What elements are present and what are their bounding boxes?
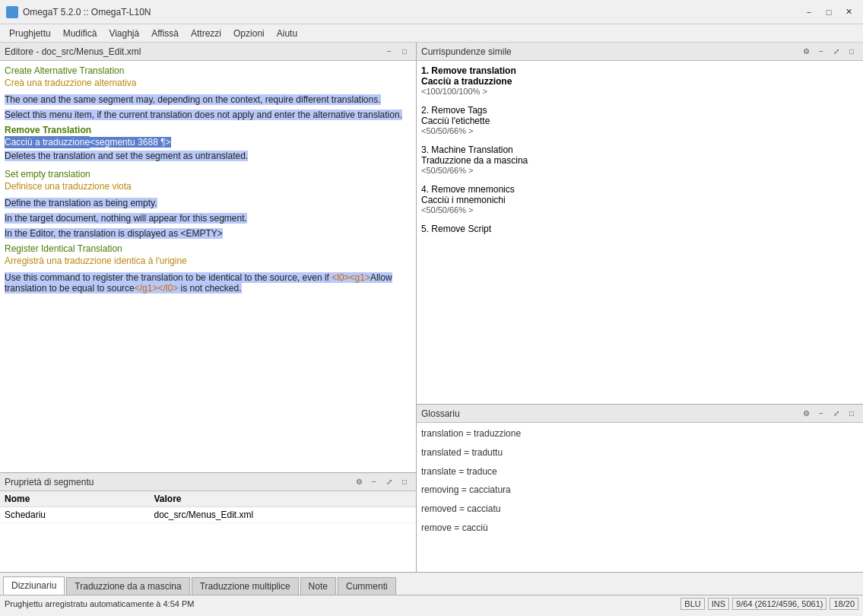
menu-opzioni[interactable]: Opzioni (227, 27, 271, 40)
matches-header: Currispundenze simile ⚙ − ⤢ □ (417, 43, 863, 61)
editor-content[interactable]: Create Alternative Translation Creà una … (0, 61, 416, 472)
menu-affissa[interactable]: Affissà (145, 27, 185, 40)
matches-minimize-btn[interactable]: − (814, 45, 828, 59)
seg-body-1-text: The one and the same segment may, depend… (5, 94, 381, 105)
segment-remove-trans: Remove Translation Cacciù a traduzzione<… (5, 125, 411, 164)
matches-maximize-btn[interactable]: □ (845, 45, 858, 59)
glossary-item-6: remove = cacciù (421, 522, 858, 535)
editor-maximize-btn[interactable]: □ (398, 45, 411, 59)
titlebar: OmegaT 5.2.0 :: OmegaT-L10N − □ ✕ (0, 0, 863, 24)
match-3-header: 3. Machine Translation (421, 144, 858, 155)
props-cell-valore: doc_src/Menus_Edit.xml (149, 507, 416, 523)
segment-create-alt: Create Alternative Translation Creà una … (5, 65, 411, 88)
match-item-3[interactable]: 3. Machine Translation Traduzzione da a … (421, 144, 858, 175)
matches-gear-btn[interactable]: ⚙ (799, 45, 813, 59)
match-1-header: 1. Remove translation (421, 65, 858, 76)
seg-title-empty: Set empty translation (5, 169, 411, 179)
menu-mudifica[interactable]: Mudificà (57, 27, 103, 40)
glossary-panel: Glossariu ⚙ − ⤢ □ translation = traduzzi… (417, 405, 863, 572)
seg-body-2: Select this menu item, if the current tr… (5, 110, 411, 120)
props-col-nome: Nome (0, 491, 149, 507)
props-table: Nome Valore Schedariu doc_src/Menus_Edit… (0, 491, 416, 523)
glossary-content: translation = traduzzione translated = t… (417, 423, 863, 572)
seg-body-1: The one and the same segment may, depend… (5, 94, 411, 105)
status-position: 9/64 (2612/4596, 5061) (732, 598, 827, 610)
match-item-1[interactable]: 1. Remove translation Cacciù a traduzzio… (421, 65, 858, 96)
seg-title-remove: Remove Translation (5, 125, 411, 135)
seg-subtitle-register: Arregistrà una traduzzione identica à l'… (5, 256, 411, 266)
glossary-item-1: translation = traduzzione (421, 427, 858, 440)
glossary-gear-btn[interactable]: ⚙ (799, 407, 813, 421)
main-content: Editore - doc_src/Menus_Edit.xml − □ Cre… (0, 43, 863, 572)
seg-body-3-text: Define the translation as being empty. (5, 198, 157, 208)
segment-set-empty: Set empty translation Definisce una trad… (5, 169, 411, 192)
editor-minimize-btn[interactable]: − (382, 45, 396, 59)
status-right: BLU INS 9/64 (2612/4596, 5061) 18/20 (681, 598, 858, 610)
active-source: Cacciù a traduzzione (5, 136, 90, 148)
match-item-5[interactable]: 5. Remove Script (421, 224, 858, 234)
glossary-item-4: removing = cacciatura (421, 484, 858, 497)
matches-controls: ⚙ − ⤢ □ (799, 45, 858, 59)
minimize-button[interactable]: − (801, 4, 817, 21)
menu-viaghja[interactable]: Viaghjà (103, 27, 145, 40)
props-expand-btn[interactable]: ⤢ (382, 475, 396, 489)
seg-subtitle-create-alt: Creà una traduzzione alternativa (5, 78, 411, 88)
props-title: Pruprietà di segmentu (5, 477, 94, 487)
menubar: Prughjettu Mudificà Viaghjà Affissà Attr… (0, 24, 863, 43)
segment-register-identical: Register Identical Translation Arregistr… (5, 243, 411, 266)
props-minimize-btn[interactable]: − (367, 475, 381, 489)
glossary-minimize-btn[interactable]: − (814, 407, 828, 421)
glossary-header: Glossariu ⚙ − ⤢ □ (417, 405, 863, 423)
maximize-button[interactable]: □ (820, 4, 837, 21)
props-header: Pruprietà di segmentu ⚙ − ⤢ □ (0, 473, 416, 491)
glossary-maximize-btn[interactable]: □ (845, 407, 858, 421)
props-gear-btn[interactable]: ⚙ (352, 475, 366, 489)
active-segment-area[interactable]: Cacciù a traduzzione<segmentu 3688 ¶> (5, 137, 411, 148)
seg-body-4-text: In the target document, nothing will app… (5, 213, 247, 224)
seg-title-register: Register Identical Translation (5, 243, 411, 254)
match-item-2[interactable]: 2. Remove Tags Cacciù l'etichette <50/50… (421, 105, 858, 135)
code-ref-1: <l0><g1> (332, 272, 370, 283)
glossary-expand-btn[interactable]: ⤢ (830, 407, 843, 421)
glossary-controls: ⚙ − ⤢ □ (799, 407, 858, 421)
tab-note[interactable]: Note (300, 577, 336, 595)
menu-prughjettu[interactable]: Prughjettu (3, 27, 57, 40)
seg-title-create-alt: Create Alternative Translation (5, 65, 411, 76)
tab-dizziunariu[interactable]: Dizziunariu (3, 576, 65, 595)
menu-aiutu[interactable]: Aiutu (271, 27, 303, 40)
matches-content[interactable]: 1. Remove translation Cacciù a traduzzio… (417, 61, 863, 404)
matches-expand-btn[interactable]: ⤢ (830, 45, 843, 59)
match-4-translation: Cacciù i mnemonichi (421, 195, 858, 205)
status-blu: BLU (681, 598, 704, 610)
seg-body-2-text: Select this menu item, if the current tr… (5, 110, 402, 120)
match-item-4[interactable]: 4. Remove mnemonics Cacciù i mnemonichi … (421, 184, 858, 214)
tab-traduzzione-multiplice[interactable]: Traduzzione multiplice (192, 577, 299, 595)
matches-title: Currispundenze simile (421, 46, 512, 57)
bottom-tabs: Dizziunariu Traduzzione da a mascina Tra… (0, 572, 863, 595)
tab-traduzzione-mascina[interactable]: Traduzzione da a mascina (66, 577, 189, 595)
seg-body-5-text: In the Editor, the translation is displa… (5, 228, 223, 239)
match-2-header: 2. Remove Tags (421, 105, 858, 116)
match-3-translation: Traduzzione da a mascina (421, 155, 858, 166)
segment-id: <segmentu 3688 ¶> (90, 137, 171, 148)
glossary-item-3: translate = traduce (421, 465, 858, 478)
match-5-header: 5. Remove Script (421, 224, 858, 234)
match-1-translation: Cacciù a traduzzione (421, 76, 858, 87)
status-ins: INS (708, 598, 729, 610)
editor-panel: Editore - doc_src/Menus_Edit.xml − □ Cre… (0, 43, 416, 473)
props-maximize-btn[interactable]: □ (398, 475, 411, 489)
glossary-item-2: translated = traduttu (421, 446, 858, 459)
statusbar: Prughjettu arregistratu automaticamente … (0, 595, 863, 611)
app-title: OmegaT 5.2.0 :: OmegaT-L10N (23, 7, 801, 17)
match-4-score: <50/50/66% > (421, 205, 858, 214)
seg-subtitle-empty: Definisce una traduzzione viota (5, 181, 411, 192)
match-2-score: <50/50/66% > (421, 126, 858, 135)
tab-cummenti[interactable]: Cummenti (338, 577, 396, 595)
properties-panel: Pruprietà di segmentu ⚙ − ⤢ □ Nome Valor… (0, 473, 416, 572)
close-button[interactable]: ✕ (840, 4, 857, 21)
match-2-translation: Cacciù l'etichette (421, 116, 858, 126)
props-content: Nome Valore Schedariu doc_src/Menus_Edit… (0, 491, 416, 572)
menu-attrezzi[interactable]: Attrezzi (185, 27, 227, 40)
props-row-schedariu: Schedariu doc_src/Menus_Edit.xml (0, 507, 416, 523)
app-icon (6, 6, 18, 18)
